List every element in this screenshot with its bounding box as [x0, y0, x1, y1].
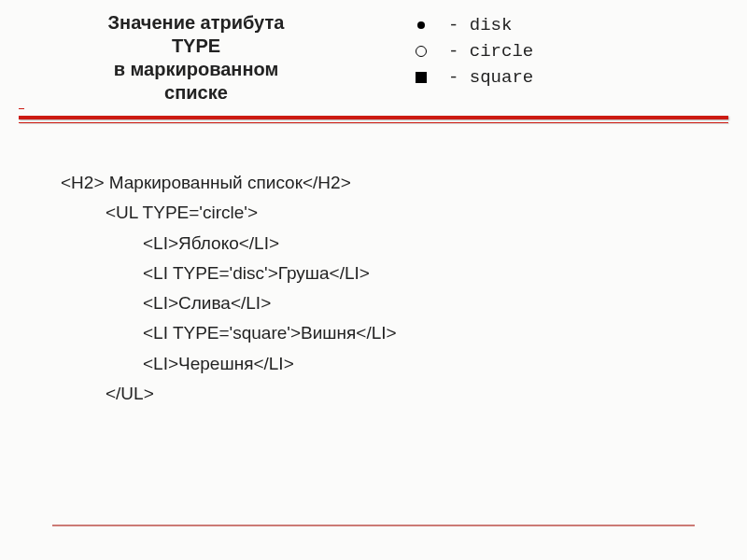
circle-icon — [411, 41, 431, 62]
code-line: <LI>Слива</LI> — [143, 288, 397, 318]
title-line-3: в маркированном — [19, 58, 374, 81]
legend-label-disk: - disk — [448, 15, 512, 35]
legend-row-disk: - disk — [411, 15, 533, 35]
code-line: </UL> — [106, 379, 397, 409]
footer-divider — [52, 525, 695, 526]
legend-label-square: - square — [448, 67, 533, 88]
legend-label-circle: - circle — [448, 41, 533, 62]
legend-row-circle: - circle — [411, 41, 533, 62]
code-line: <H2> Маркированный список</H2> — [61, 168, 397, 198]
title-line-4: списке — [19, 81, 374, 105]
title-underline — [19, 116, 728, 121]
code-example: <H2> Маркированный список</H2> <UL TYPE=… — [61, 168, 397, 409]
legend-row-square: - square — [411, 67, 533, 88]
slide-title: Значение атрибута TYPE в маркированном с… — [0, 7, 392, 114]
code-line: <UL TYPE='circle'> — [106, 198, 397, 228]
code-line: <LI TYPE='square'>Вишня</LI> — [143, 318, 397, 348]
bullet-legend: - disk - circle - square — [392, 7, 533, 114]
code-line: <LI>Черешня</LI> — [143, 349, 397, 379]
code-line: <LI>Яблоко</LI> — [143, 229, 397, 259]
disc-icon — [411, 15, 431, 35]
title-line-1: Значение атрибута — [19, 11, 374, 35]
decorative-mark — [19, 108, 24, 109]
title-line-2: TYPE — [19, 35, 374, 58]
code-line: <LI TYPE='disc'>Груша</LI> — [143, 259, 397, 288]
square-icon — [411, 67, 431, 88]
